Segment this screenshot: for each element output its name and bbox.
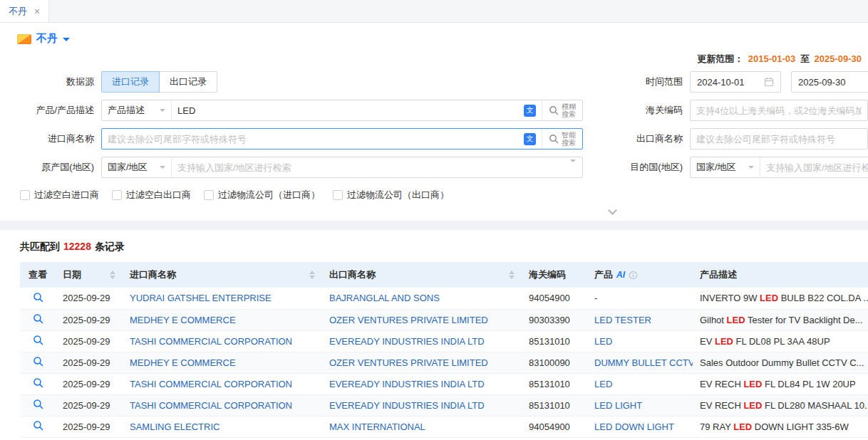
results-count: 12228 [63, 241, 91, 252]
calendar-icon [764, 77, 774, 87]
view-detail-icon[interactable] [33, 313, 43, 324]
product-link[interactable]: LED LIGHT [594, 400, 642, 411]
row-date: 2025-09-29 [63, 421, 110, 432]
checkbox-filter-blank-exporter[interactable]: 过滤空白出口商 [112, 189, 191, 201]
checkbox-icon [112, 190, 122, 200]
tab-export-records[interactable]: 出口记录 [160, 71, 217, 93]
destination-country-select[interactable]: 国家/地区 [691, 157, 760, 177]
ai-badge: AI [616, 270, 625, 280]
header-date[interactable]: 日期 [56, 262, 123, 288]
product-description: EV RECH LED FL DL280 MASHAAL 10... [700, 400, 868, 411]
header-product: 产品 AI [587, 262, 693, 288]
checkbox-label: 过滤空白进口商 [34, 189, 99, 201]
product-type-select[interactable]: 产品描述 [102, 100, 172, 120]
checkbox-filter-blank-importer[interactable]: 过滤空白进口商 [20, 189, 99, 201]
origin-country-input[interactable] [172, 157, 564, 177]
update-range-start: 2015-01-03 [748, 53, 796, 64]
start-date-picker[interactable]: 2024-10-01 [690, 71, 781, 93]
view-detail-icon[interactable] [33, 399, 43, 409]
label-origin-country: 原产国(地区) [0, 161, 101, 174]
product-link[interactable]: DUMMY BULLET CCTV... [594, 357, 693, 368]
importer-link[interactable]: MEDHEY E COMMERCE [130, 315, 236, 325]
chevron-down-icon[interactable] [63, 38, 70, 41]
chevron-down-icon[interactable] [570, 159, 576, 173]
checkbox-filter-logistics-exporter[interactable]: 过滤物流公司（出口商） [333, 189, 449, 201]
search-icon [549, 105, 559, 115]
header-exporter[interactable]: 出口商名称 [322, 262, 522, 288]
smart-search-toggle[interactable]: 智能搜索 [542, 129, 582, 149]
view-detail-icon[interactable] [33, 356, 43, 367]
data-source-tabs: 进口记录 出口记录 [101, 71, 217, 93]
view-detail-icon[interactable] [33, 420, 43, 431]
exporter-name-input[interactable] [691, 129, 867, 149]
fuzzy-search-toggle[interactable]: 模糊搜索 [542, 100, 582, 120]
exporter-link[interactable]: MAX INTERNATIONAL [329, 421, 425, 432]
product-link[interactable]: - [594, 293, 597, 303]
product-description: Gilhot LED Tester for TV Backlight De... [700, 315, 863, 325]
origin-country-select[interactable]: 国家/地区 [102, 157, 172, 177]
product-link[interactable]: LED [594, 379, 612, 389]
summary-suffix: 条记录 [95, 241, 125, 252]
checkbox-label: 过滤空白出口商 [126, 189, 191, 201]
product-link[interactable]: LED TESTER [594, 315, 651, 325]
table-row: 2025-09-29 MEDHEY E COMMERCE OZER VENTUR… [20, 352, 868, 373]
hs-code: 85131010 [529, 400, 570, 411]
collapse-chevron-icon[interactable] [607, 205, 618, 216]
sort-icon[interactable] [509, 271, 515, 279]
origin-country-select-value: 国家/地区 [108, 161, 148, 174]
end-date-picker[interactable]: 2025-09-30 [791, 71, 868, 93]
importer-link[interactable]: YUDRAI GATSHEL ENTERPRISE [130, 293, 272, 303]
checkbox-icon [20, 190, 30, 200]
product-link[interactable]: LED [594, 336, 612, 347]
exporter-link[interactable]: BAJRANGLAL AND SONS [329, 293, 440, 303]
view-detail-icon[interactable] [33, 335, 43, 345]
importer-link[interactable]: SAMLING ELECTRIC [130, 421, 219, 432]
info-icon[interactable] [629, 271, 638, 280]
exporter-link[interactable]: EVEREADY INDUSTRIES INDIA LTD [329, 379, 485, 389]
update-range-end: 2025-09-30 [815, 53, 862, 64]
sort-icon[interactable] [309, 271, 315, 279]
importer-link[interactable]: TASHI COMMERCIAL CORPORATION [130, 379, 292, 389]
page-title: 不丹 [36, 32, 58, 46]
checkbox-icon [204, 190, 214, 200]
tab-close-icon[interactable]: × [34, 6, 40, 16]
importer-link[interactable]: TASHI COMMERCIAL CORPORATION [130, 336, 292, 347]
product-search-input[interactable] [172, 100, 518, 120]
customs-code-input[interactable] [691, 100, 867, 120]
importer-search-group: 文 智能搜索 [101, 128, 583, 150]
exporter-link[interactable]: OZER VENTURES PRIVATE LIMITED [329, 357, 488, 368]
translate-icon[interactable]: 文 [524, 133, 536, 145]
view-detail-icon[interactable] [33, 292, 43, 303]
customs-code-box [690, 100, 868, 121]
section-divider [0, 221, 868, 230]
exporter-link[interactable]: OZER VENTURES PRIVATE LIMITED [329, 315, 488, 325]
view-detail-icon[interactable] [33, 377, 43, 388]
hs-code: 85131010 [529, 336, 570, 347]
translate-icon[interactable]: 文 [524, 105, 536, 117]
destination-country-select-value: 国家/地区 [696, 161, 736, 174]
sort-icon[interactable] [110, 271, 115, 279]
row-date: 2025-09-29 [63, 357, 110, 368]
tab-bhutan[interactable]: 不丹 × [0, 0, 49, 22]
row-date: 2025-09-29 [63, 336, 110, 347]
hs-code: 83100090 [529, 357, 570, 368]
checkbox-icon [333, 190, 343, 200]
tab-import-records[interactable]: 进口记录 [101, 71, 160, 93]
label-product: 产品/产品描述 [0, 104, 101, 117]
importer-link[interactable]: TASHI COMMERCIAL CORPORATION [130, 400, 292, 411]
checkbox-label: 过滤物流公司（出口商） [347, 189, 449, 201]
table-row: 2025-09-29 MEDHEY E COMMERCE OZER VENTUR… [20, 309, 868, 330]
destination-country-input[interactable] [760, 157, 868, 177]
header-importer[interactable]: 进口商名称 [123, 262, 322, 288]
chevron-down-icon [160, 166, 165, 169]
chevron-down-icon [160, 109, 165, 112]
product-link[interactable]: LED DOWN LIGHT [594, 421, 674, 432]
label-customs-code: 海关编码 [583, 104, 690, 117]
exporter-link[interactable]: EVEREADY INDUSTRIES INDIA LTD [329, 400, 485, 411]
exporter-link[interactable]: EVEREADY INDUSTRIES INDIA LTD [329, 336, 485, 347]
origin-country-group: 国家/地区 [101, 157, 583, 178]
table-header-row: 查看 日期 进口商名称 出口商名称 海关编码 产品 [20, 262, 868, 288]
importer-link[interactable]: MEDHEY E COMMERCE [130, 357, 236, 368]
checkbox-filter-logistics-importer[interactable]: 过滤物流公司（进口商） [204, 189, 320, 201]
importer-name-input[interactable] [102, 129, 518, 149]
